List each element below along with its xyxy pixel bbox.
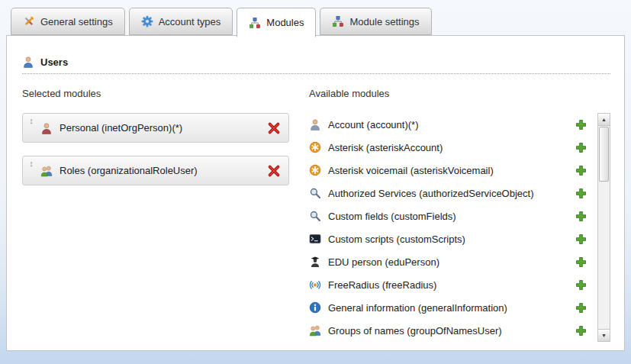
radio-waves-icon: [309, 279, 321, 291]
add-module-button[interactable]: [575, 142, 587, 153]
tab-label: Account types: [159, 16, 221, 27]
tab-module-settings[interactable]: Module settings: [320, 8, 431, 35]
add-module-button[interactable]: [575, 188, 587, 199]
org-chart-icon: [249, 17, 261, 29]
available-module-row-edu-person: EDU person (eduPerson): [309, 250, 594, 273]
users-icon: [22, 56, 34, 68]
available-modules-scrollbar[interactable]: ▲ ▼: [597, 113, 610, 342]
tab-label: General settings: [40, 16, 113, 27]
available-module-label: Authorized Services (authorizedServiceOb…: [328, 188, 575, 199]
available-module-row-asterisk: Asterisk (asteriskAccount): [309, 136, 594, 159]
group-icon: [309, 324, 321, 337]
asterisk-icon: [309, 164, 321, 176]
scrollbar-thumb[interactable]: [599, 127, 609, 182]
available-module-row-authorized-services: Authorized Services (authorizedServiceOb…: [309, 182, 594, 205]
available-modules-heading: Available modules: [309, 88, 610, 99]
add-module-button[interactable]: [575, 119, 587, 130]
available-module-label: Custom fields (customFields): [328, 211, 575, 222]
selected-module-row-personal[interactable]: ↕ Personal (inetOrgPerson)(*): [22, 113, 289, 143]
available-module-row-custom-fields: Custom fields (customFields): [309, 205, 594, 227]
available-module-label: EDU person (eduPerson): [328, 256, 575, 268]
available-modules-column: Available modules Account (account)(*) A…: [309, 86, 610, 342]
modules-panel: Users Selected modules ↕ Personal (inetO…: [6, 35, 625, 351]
available-module-label: Account (account)(*): [328, 119, 575, 130]
tab-modules[interactable]: Modules: [237, 8, 316, 37]
available-module-label: Asterisk voicemail (asteriskVoicemail): [328, 165, 575, 176]
asterisk-icon: [309, 141, 321, 153]
tab-account-types[interactable]: Account types: [129, 8, 233, 35]
badge-icon: [141, 15, 153, 27]
available-module-row-groups-of-names: Groups of names (groupOfNamesUser): [309, 319, 594, 342]
tab-bar: General settings Account types Modules M…: [11, 8, 432, 37]
available-module-row-general-information: General information (generalInformation): [309, 296, 594, 319]
available-module-row-asterisk-voicemail: Asterisk voicemail (asteriskVoicemail): [309, 159, 594, 182]
add-module-button[interactable]: [575, 211, 587, 222]
drag-handle-icon[interactable]: ↕: [26, 116, 37, 125]
remove-module-button[interactable]: [267, 121, 281, 135]
tab-label: Modules: [266, 17, 304, 28]
available-module-row-account: Account (account)(*): [309, 113, 594, 136]
add-module-button[interactable]: [575, 302, 587, 314]
scrollbar-down-button[interactable]: ▼: [598, 329, 610, 341]
available-module-label: Groups of names (groupOfNamesUser): [328, 325, 575, 337]
search-icon: [309, 187, 321, 199]
remove-module-button[interactable]: [267, 164, 281, 178]
selected-module-row-roles[interactable]: ↕ Roles (organizationalRoleUser): [22, 156, 289, 185]
drag-handle-icon[interactable]: ↕: [26, 159, 37, 168]
available-module-label: Custom scripts (customScripts): [328, 234, 575, 245]
selected-module-label: Roles (organizationalRoleUser): [60, 165, 267, 176]
tools-icon: [23, 15, 35, 27]
search-icon: [309, 210, 321, 222]
selected-modules-heading: Selected modules: [22, 88, 289, 99]
add-module-button[interactable]: [575, 279, 587, 291]
add-module-button[interactable]: [575, 234, 587, 245]
group-icon: [40, 165, 53, 177]
selected-modules-column: Selected modules ↕ Personal (inetOrgPers…: [22, 86, 289, 342]
scrollbar-up-button[interactable]: ▲: [598, 114, 610, 126]
available-module-row-freeradius: FreeRadius (freeRadius): [309, 273, 594, 296]
org-chart-icon: [332, 15, 344, 27]
add-module-button[interactable]: [575, 325, 587, 337]
terminal-icon: [309, 233, 321, 245]
available-module-row-custom-scripts: Custom scripts (customScripts): [309, 227, 594, 250]
person-icon: [40, 122, 53, 134]
scrollbar-track[interactable]: [598, 182, 610, 329]
tab-general-settings[interactable]: General settings: [11, 8, 125, 35]
person-icon: [309, 118, 321, 130]
info-icon: [309, 301, 321, 314]
graduate-person-icon: [309, 256, 321, 268]
available-module-label: Asterisk (asteriskAccount): [328, 142, 575, 153]
available-module-label: FreeRadius (freeRadius): [328, 279, 575, 291]
available-module-label: General information (generalInformation): [328, 302, 575, 314]
add-module-button[interactable]: [575, 256, 587, 268]
account-type-header: Users: [22, 56, 610, 74]
available-modules-list: Account (account)(*) Asterisk (asteriskA…: [309, 113, 594, 342]
tab-label: Module settings: [349, 16, 419, 27]
add-module-button[interactable]: [575, 165, 587, 176]
selected-module-label: Personal (inetOrgPerson)(*): [60, 122, 267, 134]
section-title: Users: [40, 56, 68, 68]
